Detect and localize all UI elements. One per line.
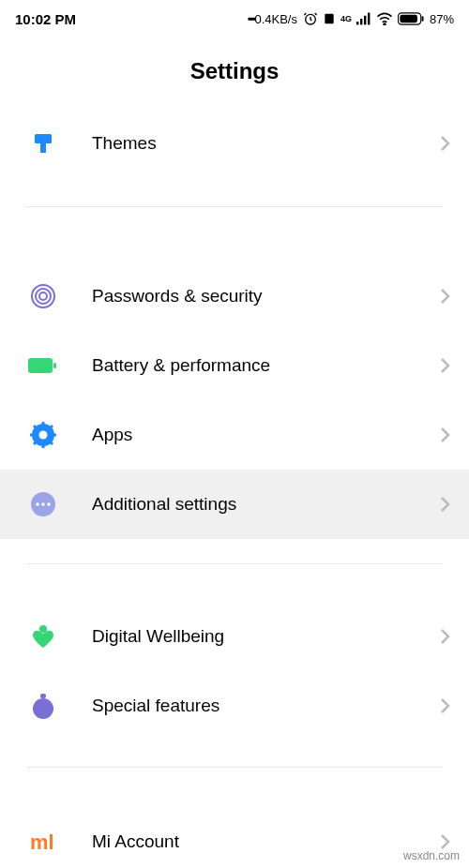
more-icon: [26, 487, 60, 521]
row-label: Special features: [92, 696, 439, 716]
svg-point-21: [41, 502, 45, 506]
status-bar: 10:02 PM •••0.4KB/s 4G 87%: [0, 0, 469, 37]
signal-icon: [356, 12, 371, 25]
apps-icon: [26, 418, 60, 452]
chevron-right-icon: [439, 287, 450, 306]
svg-rect-24: [40, 694, 46, 698]
row-label: Themes: [92, 133, 439, 154]
row-battery-performance[interactable]: Battery & performance: [0, 331, 469, 400]
svg-rect-10: [35, 134, 52, 143]
status-time: 10:02 PM: [15, 11, 76, 27]
svg-point-14: [39, 292, 47, 300]
chevron-right-icon: [439, 134, 450, 153]
watermark: wsxdn.com: [403, 849, 460, 862]
svg-point-13: [36, 289, 51, 304]
row-label: Additional settings: [92, 494, 439, 515]
row-additional-settings[interactable]: Additional settings: [0, 470, 469, 539]
row-passwords-security[interactable]: Passwords & security: [0, 262, 469, 331]
row-label: Digital Wellbeing: [92, 626, 439, 647]
chevron-right-icon: [439, 356, 450, 375]
battery-perf-icon: [26, 349, 60, 382]
row-apps[interactable]: Apps: [0, 400, 469, 470]
chevron-right-icon: [439, 627, 450, 646]
svg-point-25: [33, 698, 53, 719]
themes-icon: [26, 127, 60, 160]
svg-rect-9: [422, 16, 424, 22]
svg-point-22: [47, 502, 51, 506]
chevron-right-icon: [439, 696, 450, 715]
row-mi-account[interactable]: ml Mi Account: [0, 807, 469, 868]
fingerprint-icon: [26, 279, 60, 313]
row-special-features[interactable]: Special features: [0, 671, 469, 741]
row-digital-wellbeing[interactable]: Digital Wellbeing: [0, 602, 469, 671]
chevron-right-icon: [439, 426, 450, 444]
svg-rect-11: [40, 143, 46, 153]
svg-rect-2: [356, 22, 358, 24]
row-label: Battery & performance: [92, 355, 439, 376]
svg-rect-8: [400, 15, 417, 22]
special-icon: [26, 689, 60, 723]
svg-point-20: [36, 502, 39, 506]
status-icons: 4G: [303, 11, 424, 26]
svg-point-6: [384, 23, 386, 25]
page-title: Settings: [0, 37, 469, 109]
wellbeing-icon: [26, 620, 60, 653]
svg-rect-15: [28, 358, 53, 373]
svg-rect-3: [360, 19, 362, 24]
svg-text:ml: ml: [30, 831, 54, 854]
wifi-icon: [376, 12, 393, 25]
settings-list: Themes Passwords & security Battery & pe…: [0, 109, 469, 868]
svg-point-18: [39, 431, 48, 440]
row-label: Apps: [92, 425, 439, 445]
chevron-right-icon: [439, 832, 450, 851]
sim-icon: [323, 12, 336, 25]
alarm-icon: [303, 11, 318, 26]
status-right: •••0.4KB/s 4G 87%: [248, 11, 454, 26]
chevron-right-icon: [439, 495, 450, 514]
svg-rect-1: [325, 14, 333, 24]
row-label: Mi Account: [92, 831, 439, 852]
battery-icon: [398, 12, 424, 25]
svg-point-23: [39, 625, 47, 633]
row-themes[interactable]: Themes: [0, 109, 469, 178]
svg-rect-16: [53, 363, 56, 368]
svg-rect-4: [364, 16, 366, 25]
net-speed: •••0.4KB/s: [248, 12, 297, 26]
row-label: Passwords & security: [92, 286, 439, 307]
battery-percent: 87%: [430, 12, 454, 26]
mi-icon: ml: [26, 825, 60, 859]
svg-rect-5: [368, 13, 370, 25]
network-type: 4G: [340, 15, 352, 23]
